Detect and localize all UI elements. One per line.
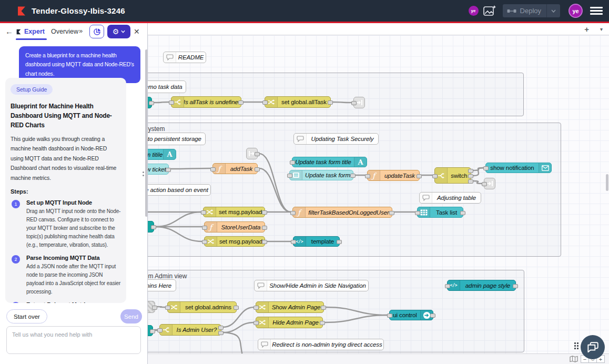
wire[interactable] <box>155 227 202 241</box>
wire[interactable] <box>326 307 388 315</box>
output-port[interactable] <box>262 210 267 215</box>
comment-readme[interactable]: README <box>163 52 206 63</box>
input-port[interactable] <box>290 211 296 215</box>
input-port[interactable] <box>290 160 295 165</box>
deploy-button[interactable]: Deploy <box>503 4 560 17</box>
wire[interactable] <box>259 168 291 212</box>
comment-show-hide-admin-in-side-navigation[interactable]: Show/Hide Admin in Side Navigation <box>254 280 369 291</box>
wire[interactable] <box>473 181 482 184</box>
wire[interactable] <box>156 307 166 307</box>
start-over-button[interactable]: Start over <box>6 309 47 323</box>
task-list-node[interactable]: Task list <box>417 207 463 218</box>
wire[interactable] <box>170 168 211 169</box>
edge-node-node[interactable] <box>148 301 155 313</box>
comment-take-action-based-on-event[interactable]: Take action based on event <box>148 184 211 196</box>
input-port[interactable] <box>202 226 207 230</box>
minimap-icon[interactable] <box>570 356 578 362</box>
edge-node-node[interactable] <box>148 221 154 232</box>
back-icon[interactable]: ← <box>5 27 13 36</box>
show-admin-page-node[interactable]: Show Admin Page <box>256 301 324 313</box>
output-port[interactable] <box>389 211 394 215</box>
update-task-form-title-node[interactable]: Update task form titleA <box>292 157 367 167</box>
wire[interactable] <box>155 212 201 227</box>
output-port[interactable] <box>468 169 473 173</box>
input-port[interactable] <box>445 284 450 288</box>
output-port[interactable] <box>350 174 356 178</box>
input-port[interactable] <box>210 167 216 171</box>
input-port[interactable] <box>482 182 487 186</box>
comment-redirect-is-non-admin-trying-direct-access[interactable]: Redirect is non-admin trying direct acce… <box>258 339 384 350</box>
hide-admin-page-node[interactable]: Hide Admin Page <box>256 317 323 328</box>
expand-tabs-icon[interactable]: » <box>79 27 82 35</box>
set-global-alltask-node[interactable]: set global.allTask <box>265 96 331 108</box>
output-port[interactable] <box>460 211 465 215</box>
wire[interactable] <box>332 102 352 103</box>
comment-add-admins-here[interactable]: Add Admins Here <box>148 279 176 291</box>
output-port[interactable] <box>262 226 267 230</box>
output-port[interactable] <box>218 326 224 330</box>
usage-chart-button[interactable] <box>89 25 104 38</box>
ui-control-node[interactable]: ui control <box>389 310 433 320</box>
input-port[interactable] <box>291 240 296 244</box>
input-port[interactable] <box>157 328 163 332</box>
flow-list-caret-icon[interactable]: ▾ <box>600 26 603 32</box>
output-port[interactable] <box>152 306 157 310</box>
wire[interactable] <box>324 315 388 322</box>
deploy-dropdown-caret-icon[interactable] <box>551 9 556 13</box>
input-port[interactable] <box>483 166 489 170</box>
output-port[interactable] <box>255 152 260 156</box>
drag-grip-icon[interactable] <box>574 342 580 349</box>
user-avatar[interactable]: ye <box>569 4 583 18</box>
update-task-form-node[interactable]: Update task form <box>289 170 353 180</box>
input-port[interactable] <box>351 101 357 105</box>
chat-input[interactable] <box>6 326 141 354</box>
tab-expert[interactable]: Expert <box>16 23 45 40</box>
output-port[interactable] <box>234 306 239 310</box>
close-icon[interactable]: ✕ <box>134 27 140 36</box>
link-node-node[interactable] <box>246 148 258 159</box>
input-port[interactable] <box>202 240 207 244</box>
add-flow-icon[interactable]: + <box>584 25 589 34</box>
edge-node-node[interactable] <box>148 97 152 108</box>
input-port[interactable] <box>432 174 438 178</box>
comment-updating-task-securely[interactable]: Updating Task Securely <box>293 133 379 145</box>
input-port[interactable] <box>253 321 259 325</box>
admin-page-style-node[interactable]: </>admin page style <box>447 280 516 291</box>
wire[interactable] <box>223 332 243 353</box>
screenshot-icon[interactable] <box>483 5 496 17</box>
wire[interactable] <box>259 154 291 212</box>
input-port[interactable] <box>165 306 170 310</box>
comment-adjusting-table[interactable]: Adjusting table <box>419 192 481 204</box>
output-port[interactable] <box>150 329 155 333</box>
filtertaskbasedonloggeduser-node[interactable]: ƒfilterTaskBasedOnLoggedUser <box>292 207 392 218</box>
link-node-node[interactable] <box>353 97 365 108</box>
avatar-small[interactable]: ye <box>469 6 479 16</box>
tab-overview[interactable]: Overview <box>51 23 78 40</box>
send-button[interactable]: Send <box>120 309 142 323</box>
settings-button[interactable]: ⚙ <box>107 25 130 38</box>
output-port[interactable] <box>321 306 326 310</box>
add-new-ticket-node[interactable]: Add new ticket <box>148 164 169 175</box>
output-port[interactable] <box>328 100 333 105</box>
output-port[interactable] <box>513 284 518 288</box>
storeuserdata-node[interactable]: ƒStoreUserData <box>204 221 265 232</box>
input-port[interactable] <box>387 314 392 318</box>
flow-canvas[interactable]: Task Management SystemTask Management Sy… <box>148 35 609 353</box>
set-msg-payload-node[interactable]: set msg.payload <box>204 236 265 247</box>
edge-node-node[interactable] <box>148 325 153 336</box>
output-port[interactable] <box>468 179 473 184</box>
input-port[interactable] <box>253 306 259 310</box>
link-node-node[interactable] <box>484 178 495 189</box>
wire[interactable] <box>473 168 484 176</box>
output-port[interactable] <box>151 225 156 229</box>
input-port[interactable] <box>201 210 206 215</box>
updatetask-node[interactable]: ƒupdateTask <box>367 170 420 181</box>
output-port[interactable] <box>166 168 171 172</box>
chat-fab-button[interactable] <box>581 335 605 359</box>
wire[interactable] <box>223 322 254 332</box>
output-port[interactable] <box>337 240 342 244</box>
output-port[interactable] <box>468 174 473 178</box>
comment-demo-task-data[interactable]: Demo task data <box>148 80 186 93</box>
input-port[interactable] <box>169 100 174 105</box>
output-port[interactable] <box>218 331 224 335</box>
